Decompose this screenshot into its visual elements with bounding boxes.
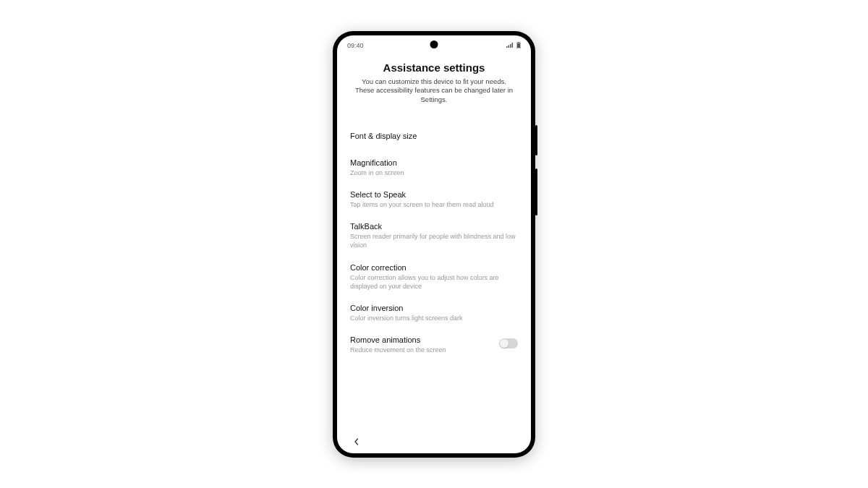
setting-desc: Color inversion turns light screens dark <box>350 314 518 322</box>
setting-title: TalkBack <box>350 222 518 231</box>
setting-magnification[interactable]: Magnification Zoom in on screen <box>350 152 518 184</box>
setting-title: Magnification <box>350 158 518 167</box>
setting-color-correction[interactable]: Color correction Color correction allows… <box>350 257 518 297</box>
setting-title: Font & display size <box>350 132 518 140</box>
status-icons <box>506 42 521 48</box>
setting-desc: Color correction allows you to adjust ho… <box>350 273 518 291</box>
chevron-left-icon <box>353 438 360 445</box>
page-subtitle: You can customize this device to fit you… <box>350 77 518 105</box>
page-title: Assistance settings <box>350 61 518 74</box>
setting-title: Select to Speak <box>350 190 518 199</box>
setting-color-inversion[interactable]: Color inversion Color inversion turns li… <box>350 297 518 329</box>
status-time: 09:40 <box>347 42 364 49</box>
toggle-knob <box>500 339 509 348</box>
camera-punch-hole <box>430 40 438 48</box>
phone-side-button <box>535 125 537 155</box>
back-button[interactable] <box>350 435 363 448</box>
setting-title: Color inversion <box>350 304 518 312</box>
setting-desc: Screen reader primarily for people with … <box>350 232 518 249</box>
phone-frame: 09:40 Assistance settings You can custom… <box>333 31 535 458</box>
svg-rect-1 <box>517 43 520 48</box>
setting-remove-animations[interactable]: Romove animations Reduce movement on the… <box>350 329 518 361</box>
phone-side-button <box>535 168 537 215</box>
phone-screen: 09:40 Assistance settings You can custom… <box>337 35 531 453</box>
svg-rect-2 <box>518 42 519 43</box>
battery-icon <box>516 42 521 48</box>
setting-title: Color correction <box>350 263 518 272</box>
signal-icon <box>506 43 514 48</box>
navigation-bar <box>337 430 531 453</box>
setting-desc: Zoom in on screen <box>350 168 518 177</box>
setting-title: Romove animations <box>350 335 492 344</box>
setting-font-display-size[interactable]: Font & display size <box>350 125 518 152</box>
setting-desc: Reduce movement on the screen <box>350 346 492 354</box>
setting-talkback[interactable]: TalkBack Screen reader primarily for peo… <box>350 215 518 256</box>
content-area: Assistance settings You can customize th… <box>337 54 531 430</box>
setting-select-to-speak[interactable]: Select to Speak Tap items on your screen… <box>350 184 518 215</box>
settings-list: Font & display size Magnification Zoom i… <box>350 125 518 361</box>
toggle-switch[interactable] <box>499 338 518 348</box>
setting-desc: Tap items on your screen to hear them re… <box>350 200 518 209</box>
